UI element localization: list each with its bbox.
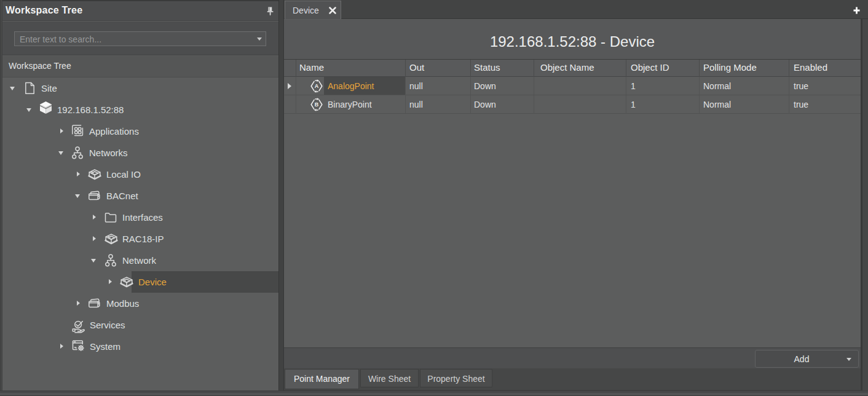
svg-text:A: A [315,83,319,89]
svg-text:B: B [315,101,319,108]
